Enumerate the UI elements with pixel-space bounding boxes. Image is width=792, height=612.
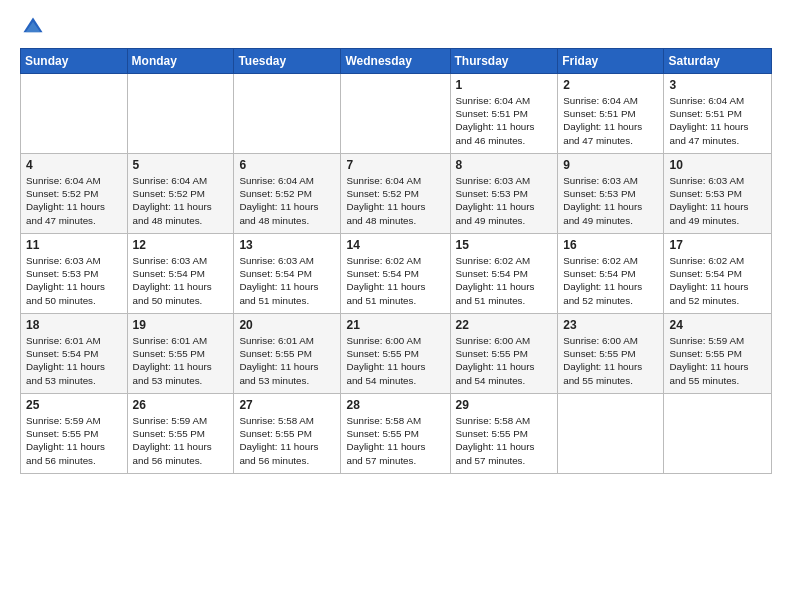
day-number: 5 xyxy=(133,158,229,172)
calendar-cell: 5Sunrise: 6:04 AM Sunset: 5:52 PM Daylig… xyxy=(127,154,234,234)
calendar-cell: 8Sunrise: 6:03 AM Sunset: 5:53 PM Daylig… xyxy=(450,154,558,234)
day-number: 24 xyxy=(669,318,766,332)
day-number: 3 xyxy=(669,78,766,92)
calendar-cell: 18Sunrise: 6:01 AM Sunset: 5:54 PM Dayli… xyxy=(21,314,128,394)
calendar-header-tuesday: Tuesday xyxy=(234,49,341,74)
day-number: 16 xyxy=(563,238,658,252)
day-number: 6 xyxy=(239,158,335,172)
calendar-cell: 2Sunrise: 6:04 AM Sunset: 5:51 PM Daylig… xyxy=(558,74,664,154)
calendar-cell xyxy=(21,74,128,154)
calendar-header-friday: Friday xyxy=(558,49,664,74)
calendar-cell xyxy=(558,394,664,474)
day-number: 19 xyxy=(133,318,229,332)
calendar-cell: 15Sunrise: 6:02 AM Sunset: 5:54 PM Dayli… xyxy=(450,234,558,314)
calendar-cell: 27Sunrise: 5:58 AM Sunset: 5:55 PM Dayli… xyxy=(234,394,341,474)
calendar-cell: 9Sunrise: 6:03 AM Sunset: 5:53 PM Daylig… xyxy=(558,154,664,234)
calendar-cell: 25Sunrise: 5:59 AM Sunset: 5:55 PM Dayli… xyxy=(21,394,128,474)
calendar-week-4: 18Sunrise: 6:01 AM Sunset: 5:54 PM Dayli… xyxy=(21,314,772,394)
calendar: SundayMondayTuesdayWednesdayThursdayFrid… xyxy=(20,48,772,474)
cell-info: Sunrise: 6:00 AM Sunset: 5:55 PM Dayligh… xyxy=(346,334,444,387)
header xyxy=(20,16,772,38)
day-number: 2 xyxy=(563,78,658,92)
day-number: 9 xyxy=(563,158,658,172)
calendar-cell: 10Sunrise: 6:03 AM Sunset: 5:53 PM Dayli… xyxy=(664,154,772,234)
cell-info: Sunrise: 5:58 AM Sunset: 5:55 PM Dayligh… xyxy=(346,414,444,467)
calendar-cell: 13Sunrise: 6:03 AM Sunset: 5:54 PM Dayli… xyxy=(234,234,341,314)
calendar-cell: 17Sunrise: 6:02 AM Sunset: 5:54 PM Dayli… xyxy=(664,234,772,314)
cell-info: Sunrise: 6:03 AM Sunset: 5:54 PM Dayligh… xyxy=(239,254,335,307)
calendar-cell: 28Sunrise: 5:58 AM Sunset: 5:55 PM Dayli… xyxy=(341,394,450,474)
cell-info: Sunrise: 6:02 AM Sunset: 5:54 PM Dayligh… xyxy=(346,254,444,307)
cell-info: Sunrise: 6:03 AM Sunset: 5:54 PM Dayligh… xyxy=(133,254,229,307)
calendar-cell: 16Sunrise: 6:02 AM Sunset: 5:54 PM Dayli… xyxy=(558,234,664,314)
calendar-header-row: SundayMondayTuesdayWednesdayThursdayFrid… xyxy=(21,49,772,74)
calendar-cell: 1Sunrise: 6:04 AM Sunset: 5:51 PM Daylig… xyxy=(450,74,558,154)
cell-info: Sunrise: 6:04 AM Sunset: 5:51 PM Dayligh… xyxy=(669,94,766,147)
calendar-body: 1Sunrise: 6:04 AM Sunset: 5:51 PM Daylig… xyxy=(21,74,772,474)
cell-info: Sunrise: 6:04 AM Sunset: 5:52 PM Dayligh… xyxy=(133,174,229,227)
cell-info: Sunrise: 5:59 AM Sunset: 5:55 PM Dayligh… xyxy=(26,414,122,467)
day-number: 11 xyxy=(26,238,122,252)
calendar-cell xyxy=(664,394,772,474)
cell-info: Sunrise: 6:02 AM Sunset: 5:54 PM Dayligh… xyxy=(563,254,658,307)
calendar-cell: 12Sunrise: 6:03 AM Sunset: 5:54 PM Dayli… xyxy=(127,234,234,314)
day-number: 1 xyxy=(456,78,553,92)
cell-info: Sunrise: 6:03 AM Sunset: 5:53 PM Dayligh… xyxy=(563,174,658,227)
calendar-cell xyxy=(341,74,450,154)
cell-info: Sunrise: 6:01 AM Sunset: 5:55 PM Dayligh… xyxy=(239,334,335,387)
calendar-cell: 19Sunrise: 6:01 AM Sunset: 5:55 PM Dayli… xyxy=(127,314,234,394)
calendar-cell: 22Sunrise: 6:00 AM Sunset: 5:55 PM Dayli… xyxy=(450,314,558,394)
day-number: 8 xyxy=(456,158,553,172)
cell-info: Sunrise: 6:00 AM Sunset: 5:55 PM Dayligh… xyxy=(563,334,658,387)
calendar-week-1: 1Sunrise: 6:04 AM Sunset: 5:51 PM Daylig… xyxy=(21,74,772,154)
day-number: 18 xyxy=(26,318,122,332)
cell-info: Sunrise: 6:03 AM Sunset: 5:53 PM Dayligh… xyxy=(26,254,122,307)
cell-info: Sunrise: 5:58 AM Sunset: 5:55 PM Dayligh… xyxy=(456,414,553,467)
calendar-week-5: 25Sunrise: 5:59 AM Sunset: 5:55 PM Dayli… xyxy=(21,394,772,474)
day-number: 14 xyxy=(346,238,444,252)
calendar-cell: 20Sunrise: 6:01 AM Sunset: 5:55 PM Dayli… xyxy=(234,314,341,394)
cell-info: Sunrise: 6:01 AM Sunset: 5:55 PM Dayligh… xyxy=(133,334,229,387)
cell-info: Sunrise: 5:59 AM Sunset: 5:55 PM Dayligh… xyxy=(133,414,229,467)
day-number: 20 xyxy=(239,318,335,332)
calendar-cell: 7Sunrise: 6:04 AM Sunset: 5:52 PM Daylig… xyxy=(341,154,450,234)
calendar-week-3: 11Sunrise: 6:03 AM Sunset: 5:53 PM Dayli… xyxy=(21,234,772,314)
day-number: 26 xyxy=(133,398,229,412)
day-number: 17 xyxy=(669,238,766,252)
cell-info: Sunrise: 6:04 AM Sunset: 5:52 PM Dayligh… xyxy=(346,174,444,227)
cell-info: Sunrise: 6:03 AM Sunset: 5:53 PM Dayligh… xyxy=(456,174,553,227)
day-number: 21 xyxy=(346,318,444,332)
cell-info: Sunrise: 6:00 AM Sunset: 5:55 PM Dayligh… xyxy=(456,334,553,387)
cell-info: Sunrise: 6:02 AM Sunset: 5:54 PM Dayligh… xyxy=(456,254,553,307)
day-number: 10 xyxy=(669,158,766,172)
calendar-cell: 23Sunrise: 6:00 AM Sunset: 5:55 PM Dayli… xyxy=(558,314,664,394)
calendar-cell: 26Sunrise: 5:59 AM Sunset: 5:55 PM Dayli… xyxy=(127,394,234,474)
calendar-cell: 4Sunrise: 6:04 AM Sunset: 5:52 PM Daylig… xyxy=(21,154,128,234)
day-number: 29 xyxy=(456,398,553,412)
cell-info: Sunrise: 6:04 AM Sunset: 5:51 PM Dayligh… xyxy=(563,94,658,147)
logo xyxy=(20,16,46,38)
cell-info: Sunrise: 5:59 AM Sunset: 5:55 PM Dayligh… xyxy=(669,334,766,387)
calendar-header-monday: Monday xyxy=(127,49,234,74)
cell-info: Sunrise: 6:02 AM Sunset: 5:54 PM Dayligh… xyxy=(669,254,766,307)
calendar-cell xyxy=(234,74,341,154)
calendar-cell xyxy=(127,74,234,154)
calendar-header-sunday: Sunday xyxy=(21,49,128,74)
day-number: 7 xyxy=(346,158,444,172)
calendar-header-saturday: Saturday xyxy=(664,49,772,74)
day-number: 23 xyxy=(563,318,658,332)
calendar-cell: 14Sunrise: 6:02 AM Sunset: 5:54 PM Dayli… xyxy=(341,234,450,314)
calendar-cell: 24Sunrise: 5:59 AM Sunset: 5:55 PM Dayli… xyxy=(664,314,772,394)
cell-info: Sunrise: 6:04 AM Sunset: 5:51 PM Dayligh… xyxy=(456,94,553,147)
day-number: 13 xyxy=(239,238,335,252)
calendar-cell: 3Sunrise: 6:04 AM Sunset: 5:51 PM Daylig… xyxy=(664,74,772,154)
day-number: 15 xyxy=(456,238,553,252)
day-number: 27 xyxy=(239,398,335,412)
calendar-week-2: 4Sunrise: 6:04 AM Sunset: 5:52 PM Daylig… xyxy=(21,154,772,234)
calendar-cell: 29Sunrise: 5:58 AM Sunset: 5:55 PM Dayli… xyxy=(450,394,558,474)
cell-info: Sunrise: 6:04 AM Sunset: 5:52 PM Dayligh… xyxy=(239,174,335,227)
logo-icon xyxy=(22,16,44,38)
cell-info: Sunrise: 5:58 AM Sunset: 5:55 PM Dayligh… xyxy=(239,414,335,467)
calendar-cell: 21Sunrise: 6:00 AM Sunset: 5:55 PM Dayli… xyxy=(341,314,450,394)
day-number: 25 xyxy=(26,398,122,412)
